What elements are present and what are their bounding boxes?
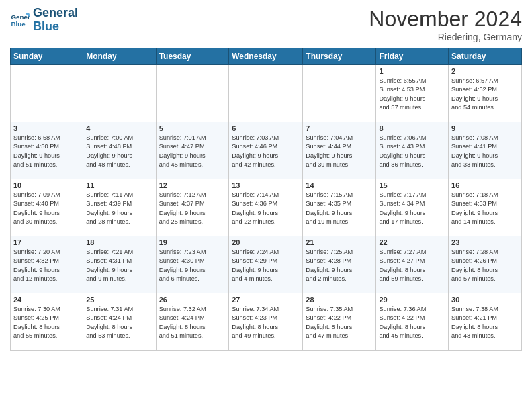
day-detail: Sunrise: 7:36 AMSunset: 4:22 PMDaylight:… [379, 305, 445, 340]
day-cell: 18Sunrise: 7:21 AMSunset: 4:31 PMDayligh… [83, 236, 156, 293]
day-detail: Sunrise: 7:23 AMSunset: 4:30 PMDaylight:… [159, 248, 226, 283]
day-cell: 20Sunrise: 7:24 AMSunset: 4:29 PMDayligh… [229, 236, 303, 293]
day-cell: 15Sunrise: 7:17 AMSunset: 4:34 PMDayligh… [376, 179, 449, 236]
logo-line1: General [33, 7, 78, 20]
day-detail: Sunrise: 7:25 AMSunset: 4:28 PMDaylight:… [306, 248, 373, 283]
day-detail: Sunrise: 7:27 AMSunset: 4:27 PMDaylight:… [379, 248, 445, 283]
page: General Blue General Blue November 2024 … [0, 0, 532, 361]
day-detail: Sunrise: 7:00 AMSunset: 4:48 PMDaylight:… [86, 134, 152, 169]
day-number: 13 [232, 181, 300, 189]
week-row-1: 1Sunrise: 6:55 AMSunset: 4:53 PMDaylight… [11, 65, 522, 122]
day-number: 22 [379, 238, 445, 246]
location: Riedering, Germany [369, 32, 522, 42]
day-number: 12 [159, 181, 226, 189]
day-cell: 5Sunrise: 7:01 AMSunset: 4:47 PMDaylight… [156, 122, 229, 179]
svg-text:Blue: Blue [11, 20, 26, 28]
weekday-header-wednesday: Wednesday [229, 48, 303, 65]
day-detail: Sunrise: 7:31 AMSunset: 4:24 PMDaylight:… [86, 305, 152, 340]
day-cell: 29Sunrise: 7:36 AMSunset: 4:22 PMDayligh… [376, 293, 449, 351]
day-cell [156, 65, 229, 122]
day-detail: Sunrise: 7:14 AMSunset: 4:36 PMDaylight:… [232, 191, 300, 226]
day-detail: Sunrise: 7:17 AMSunset: 4:34 PMDaylight:… [379, 191, 445, 226]
day-detail: Sunrise: 7:15 AMSunset: 4:35 PMDaylight:… [306, 191, 373, 226]
day-number: 18 [86, 238, 152, 246]
day-detail: Sunrise: 7:03 AMSunset: 4:46 PMDaylight:… [232, 134, 300, 169]
day-cell: 28Sunrise: 7:35 AMSunset: 4:22 PMDayligh… [303, 293, 376, 351]
day-cell: 16Sunrise: 7:18 AMSunset: 4:33 PMDayligh… [449, 179, 522, 236]
logo-text: General Blue [33, 7, 78, 34]
day-cell: 27Sunrise: 7:34 AMSunset: 4:23 PMDayligh… [229, 293, 303, 351]
day-cell: 26Sunrise: 7:32 AMSunset: 4:24 PMDayligh… [156, 293, 229, 351]
weekday-header-monday: Monday [83, 48, 156, 65]
day-detail: Sunrise: 7:28 AMSunset: 4:26 PMDaylight:… [451, 248, 519, 283]
day-number: 4 [86, 124, 152, 132]
day-detail: Sunrise: 7:06 AMSunset: 4:43 PMDaylight:… [379, 134, 445, 169]
day-cell: 2Sunrise: 6:57 AMSunset: 4:52 PMDaylight… [449, 65, 522, 122]
day-cell: 22Sunrise: 7:27 AMSunset: 4:27 PMDayligh… [376, 236, 449, 293]
day-number: 27 [232, 295, 300, 304]
week-row-2: 3Sunrise: 6:58 AMSunset: 4:50 PMDaylight… [11, 122, 522, 179]
day-number: 7 [306, 124, 373, 132]
day-cell: 12Sunrise: 7:12 AMSunset: 4:37 PMDayligh… [156, 179, 229, 236]
day-detail: Sunrise: 7:30 AMSunset: 4:25 PMDaylight:… [13, 305, 80, 340]
logo-line2: Blue [33, 20, 78, 34]
day-number: 24 [13, 295, 80, 304]
day-cell: 9Sunrise: 7:08 AMSunset: 4:41 PMDaylight… [449, 122, 522, 179]
day-cell: 8Sunrise: 7:06 AMSunset: 4:43 PMDaylight… [376, 122, 449, 179]
day-cell [229, 65, 303, 122]
day-number: 1 [379, 67, 445, 75]
day-number: 15 [379, 181, 445, 189]
day-cell: 10Sunrise: 7:09 AMSunset: 4:40 PMDayligh… [11, 179, 83, 236]
day-cell [83, 65, 156, 122]
day-cell: 30Sunrise: 7:38 AMSunset: 4:21 PMDayligh… [449, 293, 522, 351]
day-cell [303, 65, 376, 122]
day-number: 3 [13, 124, 80, 132]
logo: General Blue General Blue [10, 7, 78, 34]
title-block: November 2024 Riedering, Germany [369, 7, 522, 42]
day-number: 28 [306, 295, 373, 304]
day-number: 14 [306, 181, 373, 189]
day-detail: Sunrise: 6:55 AMSunset: 4:53 PMDaylight:… [379, 77, 445, 112]
day-cell: 19Sunrise: 7:23 AMSunset: 4:30 PMDayligh… [156, 236, 229, 293]
header: General Blue General Blue November 2024 … [10, 7, 522, 42]
day-detail: Sunrise: 7:32 AMSunset: 4:24 PMDaylight:… [159, 305, 226, 340]
day-detail: Sunrise: 7:09 AMSunset: 4:40 PMDaylight:… [13, 191, 80, 226]
day-number: 9 [451, 124, 519, 132]
day-cell: 14Sunrise: 7:15 AMSunset: 4:35 PMDayligh… [303, 179, 376, 236]
day-detail: Sunrise: 7:01 AMSunset: 4:47 PMDaylight:… [159, 134, 226, 169]
day-number: 30 [451, 295, 519, 304]
day-number: 16 [451, 181, 519, 189]
day-number: 21 [306, 238, 373, 246]
day-detail: Sunrise: 7:20 AMSunset: 4:32 PMDaylight:… [13, 248, 80, 283]
day-number: 26 [159, 295, 226, 304]
weekday-header-thursday: Thursday [303, 48, 376, 65]
weekday-header-friday: Friday [376, 48, 449, 65]
day-cell: 4Sunrise: 7:00 AMSunset: 4:48 PMDaylight… [83, 122, 156, 179]
day-number: 11 [86, 181, 152, 189]
day-number: 17 [13, 238, 80, 246]
day-cell: 1Sunrise: 6:55 AMSunset: 4:53 PMDaylight… [376, 65, 449, 122]
calendar: SundayMondayTuesdayWednesdayThursdayFrid… [10, 48, 522, 351]
day-number: 5 [159, 124, 226, 132]
day-cell: 21Sunrise: 7:25 AMSunset: 4:28 PMDayligh… [303, 236, 376, 293]
day-detail: Sunrise: 7:38 AMSunset: 4:21 PMDaylight:… [451, 305, 519, 340]
day-number: 23 [451, 238, 519, 246]
day-detail: Sunrise: 7:35 AMSunset: 4:22 PMDaylight:… [306, 305, 373, 340]
logo-icon: General Blue [10, 10, 30, 30]
day-number: 6 [232, 124, 300, 132]
day-cell: 11Sunrise: 7:11 AMSunset: 4:39 PMDayligh… [83, 179, 156, 236]
day-number: 19 [159, 238, 226, 246]
weekday-header-row: SundayMondayTuesdayWednesdayThursdayFrid… [11, 48, 522, 65]
day-number: 25 [86, 295, 152, 304]
weekday-header-saturday: Saturday [449, 48, 522, 65]
month-title: November 2024 [369, 7, 522, 32]
day-cell: 13Sunrise: 7:14 AMSunset: 4:36 PMDayligh… [229, 179, 303, 236]
day-number: 20 [232, 238, 300, 246]
day-detail: Sunrise: 7:18 AMSunset: 4:33 PMDaylight:… [451, 191, 519, 226]
day-cell: 6Sunrise: 7:03 AMSunset: 4:46 PMDaylight… [229, 122, 303, 179]
week-row-5: 24Sunrise: 7:30 AMSunset: 4:25 PMDayligh… [11, 293, 522, 351]
day-detail: Sunrise: 7:04 AMSunset: 4:44 PMDaylight:… [306, 134, 373, 169]
weekday-header-sunday: Sunday [11, 48, 83, 65]
week-row-3: 10Sunrise: 7:09 AMSunset: 4:40 PMDayligh… [11, 179, 522, 236]
week-row-4: 17Sunrise: 7:20 AMSunset: 4:32 PMDayligh… [11, 236, 522, 293]
